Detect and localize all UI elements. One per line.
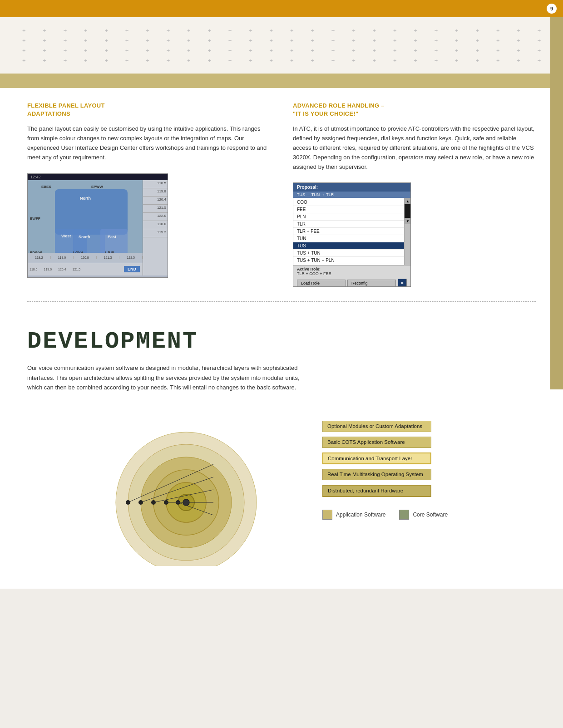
dot: + — [178, 25, 199, 35]
map-sidebar-cell-3: 120.4 — [143, 197, 168, 205]
arch-label-text-rtos: Real Time Multitasking Operating System — [327, 472, 423, 477]
scrollbar-down[interactable]: ▼ — [405, 218, 411, 224]
legend-core-software: Core Software — [399, 510, 448, 520]
dot: + — [426, 45, 446, 55]
legend-section: Application Software Core Software — [322, 510, 477, 520]
dot: + — [323, 35, 343, 45]
dot: + — [137, 25, 158, 35]
dot: + — [529, 55, 549, 65]
dot: + — [75, 55, 96, 65]
role-item-tlr[interactable]: TLR — [293, 221, 410, 228]
dot: + — [137, 35, 158, 45]
dot: + — [14, 55, 34, 65]
map-sidebar-cell-7: 119.2 — [143, 229, 168, 237]
dot: + — [117, 45, 137, 55]
role-item-tus-tun[interactable]: TUS + TUN — [293, 250, 410, 257]
map-sidebar-cell-1: 118.5 — [143, 180, 168, 188]
development-title: DEVELOPMENT — [27, 328, 536, 355]
dot: + — [282, 35, 302, 45]
section-divider — [27, 301, 536, 302]
dot: + — [323, 45, 343, 55]
dialog-scrollbar[interactable]: ▲ ▼ — [404, 198, 410, 265]
dot: + — [467, 25, 488, 35]
dot: + — [343, 45, 364, 55]
role-item-pln[interactable]: PLN — [293, 213, 410, 221]
dot: + — [302, 25, 322, 35]
arch-label-rtos: Real Time Multitasking Operating System — [322, 469, 431, 480]
bottom-label-3: 120.4 — [58, 268, 66, 271]
arch-row-optional: Optional Modules or Custom Adaptations — [322, 421, 477, 432]
map-label-east: East — [108, 235, 116, 239]
arch-labels-list: Optional Modules or Custom Adaptations B… — [322, 421, 477, 497]
arch-svg — [95, 412, 313, 566]
active-role-label: Active Role: — [297, 267, 321, 271]
freq-5: 122.5 — [119, 256, 143, 259]
legend-app-swatch — [322, 510, 332, 520]
arch-right-labels: Optional Modules or Custom Adaptations B… — [322, 407, 477, 520]
reconfig-button[interactable]: Reconfig — [347, 280, 396, 287]
dialog-proposal: TUS → TUN → TLR — [293, 192, 410, 198]
role-dialog-screenshot: Proposal: TUS → TUN → TLR COO FEE PLN TL… — [293, 182, 411, 287]
dot: + — [405, 55, 425, 65]
page-number: 9 — [547, 4, 557, 14]
dot: + — [426, 35, 446, 45]
dot: + — [240, 55, 261, 65]
map-region-north — [55, 189, 128, 235]
dot: + — [96, 45, 117, 55]
freq-4: 121.3 — [97, 256, 120, 259]
end-button[interactable]: END — [124, 266, 140, 272]
dot: + — [55, 35, 75, 45]
dot: + — [178, 55, 199, 65]
legend-app-label: Application Software — [336, 512, 385, 518]
dot: + — [323, 55, 343, 65]
role-item-coo[interactable]: COO — [293, 199, 410, 206]
dot: + — [220, 45, 240, 55]
dot-grid-section: ++++++++++++++++++++++++++ +++++++++++++… — [0, 17, 563, 74]
dot: + — [75, 45, 96, 55]
dot: + — [323, 25, 343, 35]
arch-row-basic-cots: Basic COTS Application Software — [322, 437, 477, 448]
role-item-tus[interactable]: TUS — [293, 242, 410, 250]
dot: + — [405, 35, 425, 45]
map-sidebar: 118.5 119.8 120.4 121.5 122.0 118.0 119.… — [143, 180, 168, 275]
role-item-fee[interactable]: FEE — [293, 206, 410, 213]
dot: + — [508, 55, 528, 65]
dialog-close-button[interactable]: ✕ — [398, 279, 407, 287]
freq-1: 118.2 — [28, 256, 51, 259]
arch-label-text-hardware: Distributed, redundant Hardware — [328, 488, 403, 493]
map-sidebar-cell-5: 122.0 — [143, 213, 168, 221]
dialog-title: Proposal: — [293, 183, 410, 192]
dot: + — [117, 25, 137, 35]
scrollbar-thumb[interactable] — [405, 204, 411, 218]
scrollbar-up[interactable]: ▲ — [405, 198, 411, 204]
dot: + — [302, 55, 322, 65]
role-item-tlr-fee[interactable]: TLR + FEE — [293, 228, 410, 235]
dot: + — [364, 25, 385, 35]
dot: + — [446, 55, 467, 65]
dot: + — [34, 55, 54, 65]
dot: + — [261, 45, 282, 55]
dot: + — [446, 35, 467, 45]
load-role-button[interactable]: Load Role — [297, 280, 346, 287]
dot: + — [364, 55, 385, 65]
dot: + — [261, 35, 282, 45]
dot: + — [240, 25, 261, 35]
atc-map-body: EBES EPWW EWFF North West South — [28, 180, 168, 275]
role-item-tun[interactable]: TUN — [293, 235, 410, 242]
dot: + — [282, 45, 302, 55]
dot: + — [261, 55, 282, 65]
dot: + — [446, 25, 467, 35]
dot: + — [488, 35, 508, 45]
dot: + — [467, 45, 488, 55]
legend-core-label: Core Software — [413, 512, 448, 518]
bottom-label-4: 121.5 — [73, 268, 81, 271]
dot: + — [364, 35, 385, 45]
dot: + — [14, 45, 34, 55]
dot: + — [199, 35, 220, 45]
dot: + — [364, 45, 385, 55]
role-item-tus-tun-pln[interactable]: TUS + TUN + PLN — [293, 257, 410, 264]
bottom-label-2: 119.0 — [44, 268, 52, 271]
dot: + — [385, 55, 405, 65]
section2-body: In ATC, it is of utmost importance to pr… — [293, 124, 536, 172]
freq-3: 120.8 — [74, 256, 97, 259]
